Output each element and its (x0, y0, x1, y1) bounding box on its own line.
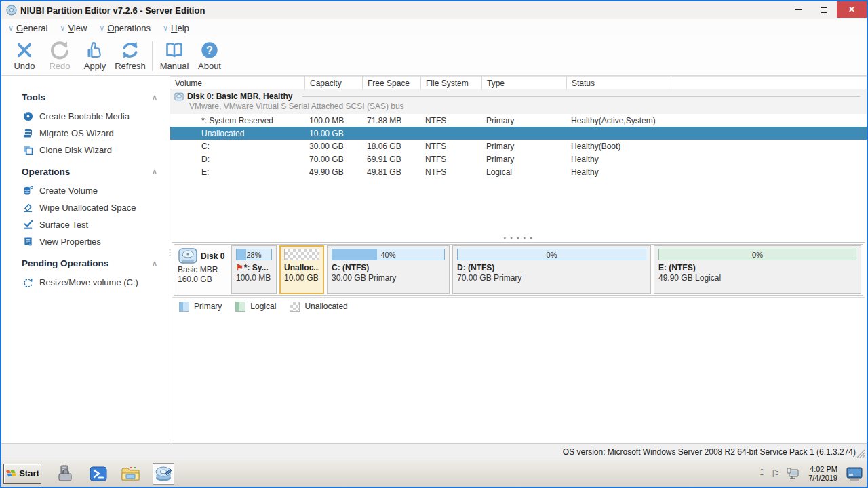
powershell-icon (89, 464, 108, 483)
section-header-operations[interactable]: Operations ∧ (1, 163, 170, 182)
disk-drive-icon (178, 247, 198, 265)
column-header-status[interactable]: Status (566, 77, 671, 90)
disk-icon (174, 92, 184, 101)
section-tools: Tools ∧ Create Bootable Media (1, 88, 170, 159)
chevron-down-icon: ∨ (163, 24, 168, 33)
sidebar-item-wipe-unallocated-space[interactable]: Wipe Unallocated Space (1, 199, 170, 216)
table-row-e-drive[interactable]: E: 49.90 GB 49.81 GB NTFS Logical Health… (170, 165, 867, 178)
about-button[interactable]: ? About (192, 38, 227, 75)
menu-view[interactable]: ∨ View (60, 23, 87, 33)
tray-network-icon[interactable] (786, 468, 800, 480)
wipe-eraser-icon (23, 203, 33, 213)
column-header-type[interactable]: Type (481, 77, 566, 90)
taskbar-icon-powershell[interactable] (87, 463, 109, 485)
title-bar[interactable]: NIUBI Partition Editor v7.2.6 - Server E… (1, 1, 867, 19)
taskbar-clock[interactable]: 4:02 PM 7/4/2019 (806, 465, 840, 483)
usage-bar: 0% (457, 249, 646, 260)
refresh-button[interactable]: Refresh (113, 38, 148, 75)
menu-help[interactable]: ∨ Help (163, 23, 189, 33)
taskbar-icon-niubi-partition-editor[interactable] (153, 463, 174, 485)
server-manager-icon (56, 464, 75, 483)
section-operations: Operations ∧ Create Volume (1, 163, 170, 250)
clone-disk-icon (23, 145, 33, 155)
taskbar: Start (1, 460, 867, 487)
sidebar-item-surface-test[interactable]: Surface Test (1, 216, 170, 233)
folder-icon (121, 465, 141, 483)
column-header-capacity[interactable]: Capacity (304, 77, 362, 90)
cd-icon (23, 111, 33, 121)
apply-thumbs-up-icon (85, 41, 104, 60)
pending-item-resize-move-volume[interactable]: Resize/Move volume (C:) (1, 274, 170, 291)
os-version-text: OS version: Microsoft Windows Server 200… (563, 447, 856, 457)
windows-flag-icon (5, 468, 17, 479)
table-row-d-drive[interactable]: D: 70.00 GB 69.91 GB NTFS Primary Health… (170, 152, 867, 165)
chevron-down-icon: ∨ (60, 24, 65, 33)
start-button[interactable]: Start (3, 464, 41, 484)
chevron-down-icon: ∨ (99, 24, 104, 33)
partition-block-e[interactable]: 0% E: (NTFS) 49.90 GB Logical (654, 245, 861, 294)
boot-flag-icon: ⚑ (236, 263, 243, 272)
surface-test-icon (23, 220, 33, 230)
taskbar-icon-server-manager[interactable] (55, 463, 77, 485)
table-header-row: Volume Capacity Free Space File System T… (170, 76, 867, 89)
disk-map-row: Disk 0 Basic MBR 160.0 GB 28% (174, 244, 863, 296)
disk-layout: Basic MBR (178, 265, 228, 274)
chevron-up-icon: ∧ (152, 93, 157, 102)
disk-group-rule (302, 96, 860, 97)
maximize-button[interactable] (811, 1, 837, 18)
tray-expand-icon[interactable]: ⌃⌃ (759, 469, 764, 479)
app-window: NIUBI Partition Editor v7.2.6 - Server E… (1, 1, 867, 460)
partition-block-unallocated-selected[interactable]: Unalloc... 10.00 GB (279, 245, 324, 294)
primary-swatch (179, 302, 189, 312)
legend: Primary Logical Unallocated (172, 297, 865, 315)
sidebar-item-migrate-os-wizard[interactable]: Migrate OS Wizard (1, 125, 170, 142)
column-header-volume[interactable]: Volume (170, 77, 304, 90)
minimize-button[interactable] (785, 1, 811, 18)
usage-bar: 28% (236, 249, 272, 260)
sidebar-item-create-bootable-media[interactable]: Create Bootable Media (1, 108, 170, 125)
column-header-free-space[interactable]: Free Space (362, 77, 420, 90)
table-row-system-reserved[interactable]: *: System Reserved 100.0 MB 71.88 MB NTF… (170, 114, 867, 127)
section-header-pending-operations[interactable]: Pending Operations ∧ (1, 254, 170, 274)
partition-block-d[interactable]: 0% D: (NTFS) 70.00 GB Primary (452, 245, 651, 294)
manual-button[interactable]: Manual (157, 38, 192, 75)
usage-bar-unallocated (284, 249, 319, 260)
clock-time: 4:02 PM (808, 465, 837, 474)
toolbar-separator (152, 41, 153, 71)
partition-block-system-reserved[interactable]: 28% ⚑*: Sy... 100.0 MB (231, 245, 277, 294)
apply-button[interactable]: Apply (77, 38, 113, 75)
volume-table: Volume Capacity Free Space File System T… (170, 76, 867, 233)
app-icon (6, 5, 17, 16)
disk-group-title: Disk 0: Basic MBR, Healthy (187, 92, 292, 101)
horizontal-splitter-handle[interactable]: ▪ ▪ ▪ ▪ ▪ (170, 233, 867, 242)
sidebar-item-clone-disk-wizard[interactable]: Clone Disk Wizard (1, 142, 170, 159)
disk-group-subtitle: VMware, VMware Virtual S Serial Attached… (174, 102, 867, 111)
tray-display-icon[interactable] (846, 467, 863, 481)
migrate-os-icon (23, 128, 33, 138)
table-row-c-drive[interactable]: C: 30.00 GB 18.06 GB NTFS Primary Health… (170, 140, 867, 152)
taskbar-icon-windows-explorer[interactable] (120, 463, 142, 485)
chevron-up-icon: ∧ (152, 167, 157, 176)
section-header-tools[interactable]: Tools ∧ (1, 88, 170, 108)
close-button[interactable]: ✕ (837, 1, 867, 18)
table-row-unallocated-selected[interactable]: Unallocated 10.00 GB (170, 127, 867, 140)
sidebar-item-view-properties[interactable]: View Properties (1, 233, 170, 250)
tray-flag-icon[interactable]: ⚐ (771, 468, 780, 480)
sidebar-item-create-volume[interactable]: Create Volume (1, 182, 170, 199)
sidebar: Tools ∧ Create Bootable Media (1, 76, 170, 443)
redo-button[interactable]: Redo (42, 38, 77, 75)
menu-operations[interactable]: ∨ Operations (99, 23, 151, 33)
niubi-disk-icon (154, 465, 173, 483)
resize-move-icon (23, 277, 33, 287)
usage-bar-logical: 0% (658, 249, 856, 260)
resize-grip[interactable] (856, 449, 865, 458)
disk-info-block[interactable]: Disk 0 Basic MBR 160.0 GB (175, 245, 229, 294)
about-question-icon: ? (200, 41, 219, 60)
disk-group-row[interactable]: Disk 0: Basic MBR, Healthy VMware, VMwar… (170, 89, 867, 114)
partition-block-c[interactable]: 40% C: (NTFS) 30.00 GB Primary (327, 245, 450, 294)
column-header-file-system[interactable]: File System (420, 77, 481, 90)
menu-bar: ∨ General ∨ View ∨ Operations ∨ Help (1, 19, 867, 37)
maximize-icon (821, 7, 827, 13)
undo-button[interactable]: Undo (7, 38, 42, 75)
menu-general[interactable]: ∨ General (8, 23, 47, 33)
